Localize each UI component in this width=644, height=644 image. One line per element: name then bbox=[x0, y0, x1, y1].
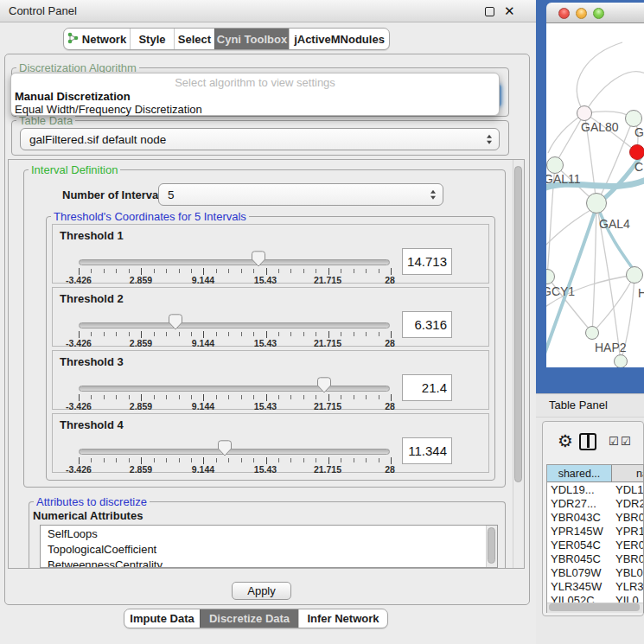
table-row[interactable]: YDR27...YDR2 bbox=[547, 497, 644, 511]
settings-scrollbar-thumb[interactable] bbox=[514, 166, 522, 482]
tab-style[interactable]: Style bbox=[130, 29, 174, 49]
checkbox-icon[interactable]: ☑ bbox=[609, 435, 619, 448]
numerical-attributes-list[interactable]: SelfLoops TopologicalCoefficient Between… bbox=[40, 525, 498, 568]
threshold-panel-3: Threshold 3 -3.426 2.859 9.144 15.43 21.… bbox=[52, 350, 489, 410]
close-icon[interactable]: ✕ bbox=[504, 3, 515, 19]
tick-label: 21.715 bbox=[314, 275, 341, 285]
tick-label: 21.715 bbox=[314, 401, 341, 411]
tick-label: -3.426 bbox=[66, 338, 92, 348]
slider-major-ticks bbox=[79, 331, 392, 338]
control-panel-title: Control Panel bbox=[9, 4, 77, 17]
node-label: GAL11 bbox=[546, 172, 581, 186]
tab-select[interactable]: Select bbox=[174, 29, 214, 49]
checkbox-icon[interactable]: ☑ bbox=[621, 435, 631, 448]
tab-cyni-toolbox[interactable]: Cyni Toolbox bbox=[214, 29, 289, 49]
node-gal4[interactable] bbox=[586, 193, 607, 214]
threshold-1-value-input[interactable]: 14.713 bbox=[402, 248, 452, 275]
cell: YLR3 bbox=[615, 580, 644, 594]
node-label: GAL80 bbox=[581, 120, 619, 134]
threshold-3-label: Threshold 3 bbox=[60, 355, 124, 368]
threshold-4-value-input[interactable]: 11.344 bbox=[402, 437, 452, 464]
slider-major-ticks bbox=[79, 394, 392, 401]
threshold-3-slider-thumb[interactable] bbox=[317, 377, 331, 396]
node-label: GA bbox=[634, 125, 644, 139]
node-highlighted-red[interactable] bbox=[629, 144, 644, 160]
threshold-1-slider-track[interactable] bbox=[79, 259, 390, 265]
attributes-scrollbar-thumb[interactable] bbox=[488, 527, 495, 564]
tick-label: 21.715 bbox=[314, 464, 341, 475]
node-top-right[interactable] bbox=[625, 110, 642, 127]
tick-label: 2.859 bbox=[130, 275, 152, 285]
threshold-1-slider-thumb[interactable] bbox=[252, 251, 265, 270]
list-item[interactable]: TopologicalCoefficient bbox=[41, 541, 497, 557]
tab-network[interactable]: Network bbox=[64, 29, 130, 49]
tab-cyni-toolbox-label: Cyni Toolbox bbox=[217, 33, 287, 46]
cell: YER0 bbox=[615, 539, 644, 552]
threshold-4-slider-thumb[interactable] bbox=[218, 440, 232, 459]
float-window-icon[interactable] bbox=[485, 7, 494, 16]
cell: YER054C bbox=[551, 539, 601, 552]
threshold-3-value-input[interactable]: 21.4 bbox=[402, 374, 452, 401]
window-minimize-button[interactable] bbox=[576, 8, 587, 19]
threshold-2-slider-track[interactable] bbox=[79, 322, 390, 328]
tab-style-label: Style bbox=[138, 33, 165, 46]
tab-network-label: Network bbox=[82, 33, 126, 46]
node-bottom-partial[interactable] bbox=[614, 354, 628, 367]
split-columns-icon[interactable] bbox=[579, 433, 596, 450]
list-item[interactable]: SelfLoops bbox=[41, 526, 497, 541]
window-close-button[interactable] bbox=[558, 8, 570, 19]
tick-label: 9.144 bbox=[192, 338, 214, 348]
table-hscrollbar-thumb[interactable] bbox=[549, 603, 640, 611]
cell: YPR145W bbox=[551, 525, 603, 539]
threshold-panel-1: Threshold 1 -3.426 2.859 9.144 15.43 21.… bbox=[52, 224, 489, 284]
tick-label: 15.43 bbox=[254, 338, 277, 348]
node-gal11[interactable] bbox=[546, 156, 564, 174]
tick-label: 28 bbox=[385, 275, 395, 285]
list-item[interactable]: BetweennessCentrality bbox=[41, 557, 497, 568]
node-gcy1[interactable] bbox=[546, 269, 555, 284]
table-panel-title: Table Panel bbox=[549, 399, 608, 411]
number-of-intervals-combobox[interactable]: 5 bbox=[158, 183, 443, 206]
algorithm-option-manual[interactable]: Manual Discretization bbox=[15, 90, 131, 103]
cell: YDR27... bbox=[551, 497, 596, 511]
node-gal80[interactable] bbox=[577, 105, 592, 121]
tab-jactivemnodules[interactable]: jActiveMNodules bbox=[289, 29, 389, 49]
table-row[interactable]: YPR145WYPR1 bbox=[547, 525, 644, 539]
tab-discretize-data-label: Discretize Data bbox=[209, 612, 290, 625]
tick-label: 2.859 bbox=[130, 401, 152, 411]
gear-icon[interactable]: ⚙ bbox=[558, 430, 573, 451]
threshold-4-slider-track[interactable] bbox=[79, 449, 390, 455]
spinner-arrows-icon bbox=[430, 190, 436, 200]
tab-impute-data[interactable]: Impute Data bbox=[124, 609, 200, 628]
table-row[interactable]: YDL19...YDL1 bbox=[547, 483, 644, 497]
threshold-4-label: Threshold 4 bbox=[60, 418, 124, 431]
spinner-arrows-icon bbox=[487, 135, 492, 144]
apply-button[interactable]: Apply bbox=[232, 582, 291, 600]
tick-label: 28 bbox=[385, 401, 395, 411]
slider-major-ticks bbox=[79, 268, 392, 275]
table-data-combobox[interactable]: galFiltered.sif default node bbox=[20, 128, 500, 150]
table-row[interactable]: YBR045CYBR0 bbox=[547, 552, 644, 566]
column-header-name[interactable]: na bbox=[612, 465, 644, 482]
tick-label: 9.144 bbox=[192, 275, 214, 285]
table-row[interactable]: YLR345WYLR3 bbox=[547, 580, 644, 594]
tick-label: 15.43 bbox=[254, 401, 277, 411]
threshold-2-label: Threshold 2 bbox=[60, 292, 124, 305]
tab-infer-network[interactable]: Infer Network bbox=[298, 609, 387, 628]
threshold-2-value-input[interactable]: 6.316 bbox=[402, 311, 452, 338]
thresholds-group-label: Threshold's Coordinates for 5 Intervals bbox=[51, 210, 249, 223]
window-zoom-button[interactable] bbox=[593, 8, 604, 19]
algorithm-option-equal-width[interactable]: Equal Width/Frequency Discretization bbox=[15, 103, 202, 116]
table-row[interactable]: YER054CYER0 bbox=[547, 539, 644, 552]
tick-label: 2.859 bbox=[130, 464, 152, 475]
tab-discretize-data[interactable]: Discretize Data bbox=[200, 609, 298, 628]
tick-label: 15.43 bbox=[254, 275, 277, 285]
cell: YPR1 bbox=[615, 525, 644, 539]
node-right-h[interactable] bbox=[626, 266, 643, 284]
threshold-3-slider-track[interactable] bbox=[79, 386, 390, 392]
node-hap2[interactable] bbox=[585, 326, 599, 340]
table-row[interactable]: YBR043CYBR0 bbox=[547, 511, 644, 525]
column-header-shared-name[interactable]: shared... bbox=[547, 465, 612, 482]
threshold-2-slider-thumb[interactable] bbox=[169, 314, 182, 333]
table-row[interactable]: YBL079WYBL0 bbox=[547, 566, 644, 580]
